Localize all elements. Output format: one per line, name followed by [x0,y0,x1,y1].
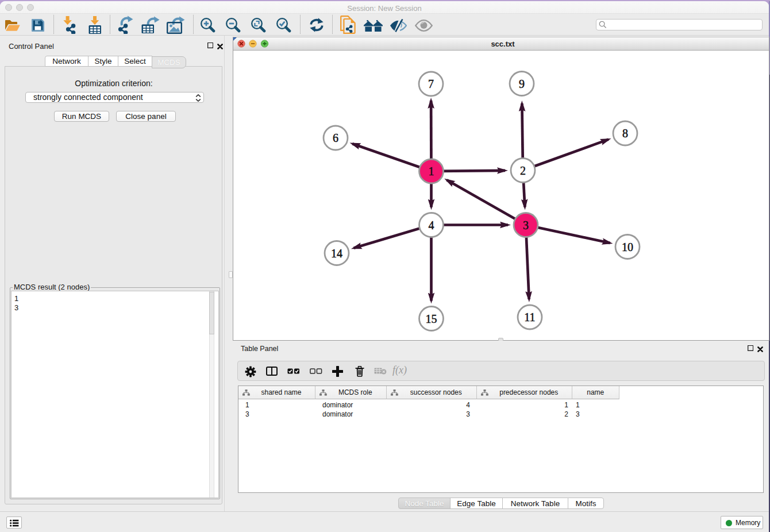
svg-text:7: 7 [428,78,434,90]
svg-text:11: 11 [524,311,535,323]
svg-text:4: 4 [429,219,434,232]
svg-text:1: 1 [429,165,434,178]
svg-text:6: 6 [333,132,338,144]
svg-text:2: 2 [520,164,526,177]
svg-text:14: 14 [331,247,342,260]
svg-text:9: 9 [519,78,525,90]
svg-text:8: 8 [622,127,628,140]
svg-text:15: 15 [426,313,437,325]
svg-text:10: 10 [622,241,633,253]
svg-text:3: 3 [523,219,529,232]
